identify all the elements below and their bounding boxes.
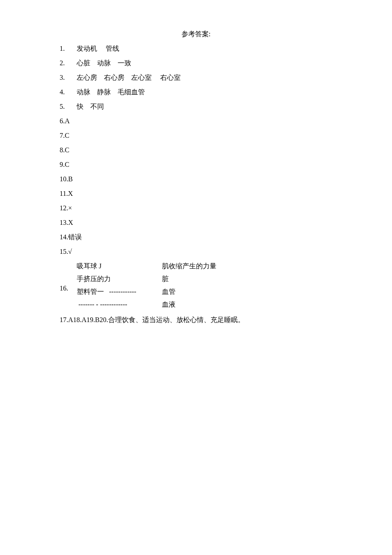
answer-5-num: 5. [60, 103, 65, 110]
answer-16-row-3-left: 塑料管一 ------------ [77, 288, 162, 295]
answer-3-val-3: 左心室 [131, 74, 152, 81]
answer-key-title: 参考答案: [60, 31, 332, 38]
answer-2: 2. 心脏 动脉 一致 [60, 60, 332, 67]
answer-2-val-1: 心脏 [77, 59, 90, 67]
answer-16-row-1-right: 肌收缩产生的力量 [162, 263, 216, 270]
answer-1-val-2: 管线 [106, 45, 119, 52]
answer-4-val-1: 动脉 [77, 88, 90, 96]
answer-8: 8.C [60, 147, 332, 154]
answer-16: 16. 吸耳球 J肌收缩产生的力量 手挤压的力脏 塑料管一 ----------… [60, 263, 332, 314]
answer-4-val-2: 静脉 [97, 88, 111, 96]
answer-6: 6.A [60, 118, 332, 125]
answer-16-body: 吸耳球 J肌收缩产生的力量 手挤压的力脏 塑料管一 ------------血管… [77, 263, 332, 314]
answer-16-row-4-left: ------- - ------------ [77, 301, 162, 308]
answer-1-num: 1. [60, 45, 65, 52]
answer-16-row-2: 手挤压的力脏 [77, 276, 332, 282]
answer-3-val-1: 左心房 [77, 74, 97, 81]
answer-4-val-3: 毛细血管 [118, 88, 145, 96]
answer-16-row-1: 吸耳球 J肌收缩产生的力量 [77, 263, 332, 270]
answer-2-val-2: 动脉 [97, 59, 111, 67]
answer-4: 4. 动脉 静脉 毛细血管 [60, 89, 332, 96]
answer-16-row-4: ------- - ------------血液 [77, 301, 332, 308]
answer-16-row-3: 塑料管一 ------------血管 [77, 288, 332, 295]
answer-5-val-2: 不同 [90, 103, 104, 110]
answer-10: 10.B [60, 176, 332, 183]
answer-16-row-2-left: 手挤压的力 [77, 276, 162, 282]
answer-4-num: 4. [60, 88, 65, 96]
answer-17: 17.A18.A19.B20.合理饮食、适当运动、放松心情、充足睡眠。 [60, 317, 332, 323]
answer-16-row-2-right: 脏 [162, 276, 169, 282]
answer-5: 5. 快 不同 [60, 103, 332, 110]
answer-16-row-3-right: 血管 [162, 288, 176, 295]
answer-3: 3. 左心房 右心房 左心室 右心室 [60, 74, 332, 81]
answer-13: 13.X [60, 219, 332, 226]
answer-7: 7.C [60, 132, 332, 139]
answer-16-num: 16. [60, 263, 77, 314]
answer-5-val-1: 快 [77, 103, 84, 110]
answer-11: 11.X [60, 190, 332, 197]
answer-12: 12.× [60, 205, 332, 212]
answer-9: 9.C [60, 161, 332, 168]
answer-3-val-4: 右心室 [160, 74, 181, 81]
answer-15: 15.√ [60, 248, 332, 255]
answer-16-row-1-left: 吸耳球 J [77, 263, 162, 270]
answer-1-val-1: 发动机 [77, 45, 97, 52]
answer-14: 14.错误 [60, 234, 332, 241]
answer-3-num: 3. [60, 74, 65, 81]
answer-1: 1. 发动机 管线 [60, 45, 332, 52]
answer-3-val-2: 右心房 [104, 74, 124, 81]
answer-16-row-4-right: 血液 [162, 301, 176, 308]
answer-2-val-3: 一致 [118, 59, 131, 67]
answer-2-num: 2. [60, 59, 65, 67]
